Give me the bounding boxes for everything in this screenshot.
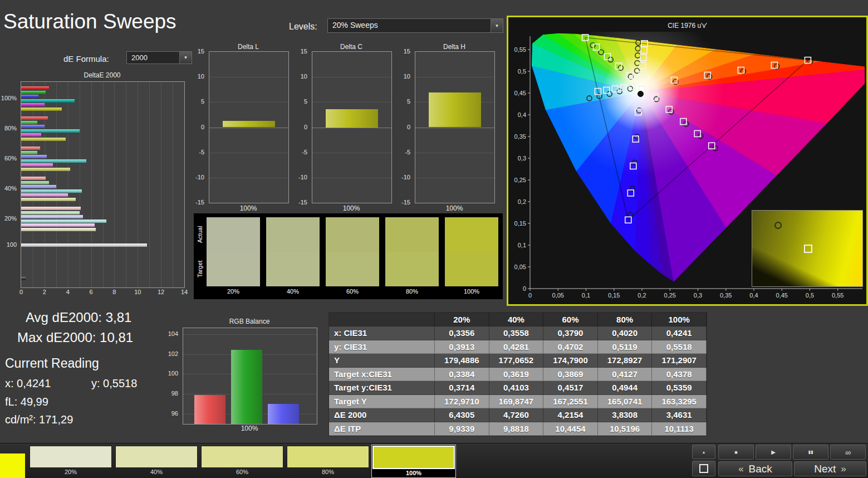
patch-button[interactable]: 80% xyxy=(286,445,370,477)
avg-de-value: Avg dE2000: 3,81 xyxy=(26,310,131,325)
axis-tick-label: 0,5 xyxy=(806,292,814,299)
table-cell: 0,4281 xyxy=(489,340,544,354)
delta-h-plot[interactable] xyxy=(415,51,495,203)
patch-button-label: 60% xyxy=(201,468,283,476)
gridline xyxy=(209,153,288,153)
axis-tick-label: 8 xyxy=(112,289,116,295)
back-button[interactable]: « Back xyxy=(718,461,792,476)
table-cell: 0,4944 xyxy=(598,381,653,395)
axis-tick-label: -10 xyxy=(401,174,410,181)
patch-swatch xyxy=(30,446,112,468)
gridline xyxy=(209,77,288,77)
delta-h-title: Delta H xyxy=(415,43,494,51)
levels-dropdown[interactable]: 20% Sweeps ▼ xyxy=(327,18,503,33)
reading-cdm2: cd/m²: 171,29 xyxy=(5,413,73,426)
table-cell: 9,8818 xyxy=(489,422,544,436)
table-cell: 165,0741 xyxy=(598,395,653,409)
patch-button[interactable]: 40% xyxy=(115,445,198,477)
actual-swatch xyxy=(266,217,320,252)
axis-tick-label: 0,45 xyxy=(776,292,788,299)
deltae-bar xyxy=(21,181,49,184)
chevron-down-icon: ▼ xyxy=(491,19,503,32)
table-row: Y179,4886177,0652174,7900172,8927171,290… xyxy=(329,354,707,368)
target-swatch xyxy=(385,252,439,286)
gridline xyxy=(184,82,185,287)
patch-column: 60% xyxy=(326,217,379,296)
deltae-bar xyxy=(21,185,56,188)
actual-row-label: Actual xyxy=(195,217,204,252)
row-label: x: CIE31 xyxy=(329,326,435,340)
table-cell: 0,4517 xyxy=(543,381,598,395)
delta-c-plot[interactable] xyxy=(312,51,392,203)
gridline xyxy=(149,82,150,287)
loop-button[interactable]: ∞ xyxy=(830,445,866,460)
deltae-bar xyxy=(21,155,47,158)
table-cell: 0,4103 xyxy=(489,381,544,395)
axis-tick-label: 10 xyxy=(301,73,307,80)
rgb-plot[interactable] xyxy=(183,328,317,425)
column-header: 20% xyxy=(435,313,489,326)
axis-tick-label: 0,55 xyxy=(832,292,844,299)
row-label: ΔE ITP xyxy=(329,422,435,436)
axis-tick-label: 0,1 xyxy=(582,292,590,299)
table-cell: 0,4020 xyxy=(598,326,653,340)
deltae-plot[interactable] xyxy=(21,81,185,288)
table-cell: 10,5196 xyxy=(598,422,653,436)
axis-tick-label: 0,25 xyxy=(664,292,676,299)
de-formula-dropdown[interactable]: 2000 ▼ xyxy=(126,51,192,64)
table-cell: 6,4305 xyxy=(435,408,489,422)
patch-button[interactable]: 100% xyxy=(372,445,455,477)
delta-l-xlabel: 100% xyxy=(209,204,288,212)
chevron-up-icon: ▲ xyxy=(702,450,706,454)
patch-column: 80% xyxy=(385,217,439,296)
axis-tick-label: 0,05 xyxy=(552,292,564,299)
table-cell: 169,8747 xyxy=(489,395,544,409)
axis-tick-label: -10 xyxy=(298,174,307,181)
table-cell: 0,4378 xyxy=(652,368,707,382)
table-cell: 172,8927 xyxy=(598,354,653,368)
gridline xyxy=(415,178,494,178)
table-cell: 0,3558 xyxy=(489,326,544,340)
next-button[interactable]: Next » xyxy=(794,461,866,476)
axis-tick-label: -15 xyxy=(298,199,307,206)
patch-button[interactable]: 20% xyxy=(29,445,112,477)
patch-button[interactable]: 60% xyxy=(200,445,284,477)
axis-tick-label: 102 xyxy=(168,350,178,357)
cie-panel[interactable]: CIE 1976 u'v' 000,050,050,10,10,150,150,… xyxy=(507,16,868,306)
table-row: y: CIE310,39130,42810,47020,51190,5518 xyxy=(329,340,707,354)
table-cell: 163,3295 xyxy=(652,395,707,409)
delta-l-plot[interactable] xyxy=(209,51,289,203)
axis-tick-label: 60% xyxy=(4,155,17,162)
axis-tick-label: 0,3 xyxy=(694,292,702,299)
axis-tick-label: -5 xyxy=(199,149,204,155)
delta-c-xlabel: 100% xyxy=(312,204,391,212)
patch-label: 80% xyxy=(385,286,439,296)
table-cell: 172,9710 xyxy=(435,395,489,409)
table-cell: 0,4127 xyxy=(598,368,653,382)
deltae-bar xyxy=(21,243,147,247)
stop-square-icon xyxy=(699,464,708,473)
play-button[interactable]: ▶ xyxy=(756,445,791,460)
table-row: Target y:CIE310,37140,41030,45170,49440,… xyxy=(329,381,707,395)
table-corner-cell xyxy=(329,313,435,326)
deltae-bar xyxy=(21,103,45,106)
gridline xyxy=(312,153,391,153)
axis-tick-label: 15 xyxy=(404,48,410,55)
stop-display-button[interactable] xyxy=(692,461,715,476)
stop-button[interactable]: ■ xyxy=(718,445,754,460)
gridline xyxy=(415,77,494,77)
axis-tick-label: 15 xyxy=(301,48,307,55)
calman-window: Saturation Sweeps dE Formula: 2000 ▼ Lev… xyxy=(0,0,868,478)
chevron-up-button[interactable]: ▲ xyxy=(692,445,715,459)
table-cell: 171,2907 xyxy=(652,354,707,368)
patch-compare-panel[interactable]: Actual Target 20%40%60%80%100% xyxy=(194,213,503,299)
axis-tick-label: 4 xyxy=(66,289,70,295)
page-title: Saturation Sweeps xyxy=(3,10,176,33)
pause-button[interactable]: ▮▮ xyxy=(793,445,828,460)
deltae-bar xyxy=(21,168,70,171)
deltae-bar xyxy=(21,198,76,201)
table-cell: 4,7260 xyxy=(489,408,544,422)
axis-tick-label: 0 xyxy=(407,124,410,130)
patch-swatch xyxy=(201,446,283,468)
levels-label: Levels: xyxy=(289,22,317,32)
